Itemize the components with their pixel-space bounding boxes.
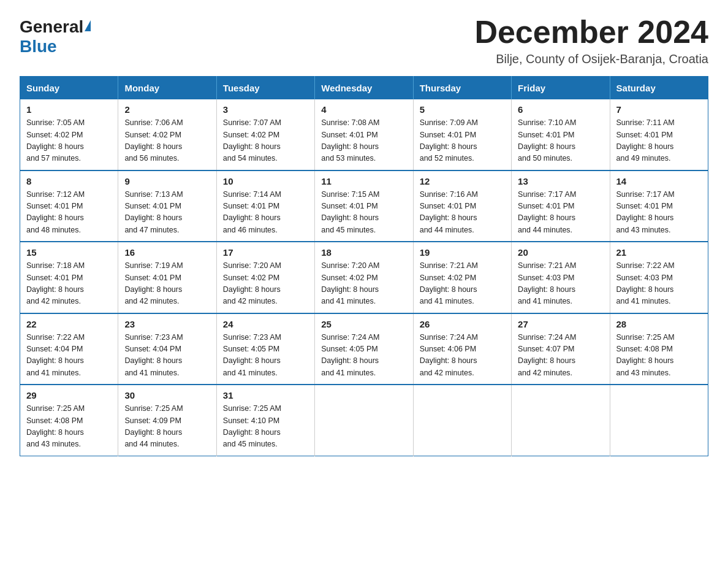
calendar-day-cell: 18 Sunrise: 7:20 AM Sunset: 4:02 PM Dayl… [315,242,413,313]
header-friday: Friday [512,77,610,100]
header-sunday: Sunday [20,77,118,100]
day-info: Sunrise: 7:16 AM Sunset: 4:01 PM Dayligh… [420,189,505,237]
calendar-day-cell: 9 Sunrise: 7:13 AM Sunset: 4:01 PM Dayli… [118,170,216,242]
weekday-header-row: Sunday Monday Tuesday Wednesday Thursday… [20,77,708,100]
day-info: Sunrise: 7:17 AM Sunset: 4:01 PM Dayligh… [616,189,702,237]
calendar-table: Sunday Monday Tuesday Wednesday Thursday… [20,76,708,456]
day-number: 11 [321,176,406,186]
day-info: Sunrise: 7:17 AM Sunset: 4:01 PM Dayligh… [518,189,603,237]
day-info: Sunrise: 7:23 AM Sunset: 4:04 PM Dayligh… [124,332,210,380]
day-number: 8 [26,176,112,186]
day-info: Sunrise: 7:24 AM Sunset: 4:07 PM Dayligh… [518,332,603,380]
calendar-day-cell [512,385,610,456]
calendar-day-cell: 20 Sunrise: 7:21 AM Sunset: 4:03 PM Dayl… [512,242,610,313]
calendar-day-cell: 22 Sunrise: 7:22 AM Sunset: 4:04 PM Dayl… [20,313,118,385]
day-info: Sunrise: 7:18 AM Sunset: 4:01 PM Dayligh… [26,260,112,308]
calendar-day-cell: 13 Sunrise: 7:17 AM Sunset: 4:01 PM Dayl… [512,170,610,242]
day-info: Sunrise: 7:22 AM Sunset: 4:04 PM Dayligh… [26,332,112,380]
header-monday: Monday [118,77,216,100]
day-number: 17 [223,247,308,258]
day-info: Sunrise: 7:10 AM Sunset: 4:01 PM Dayligh… [518,117,603,165]
day-number: 6 [518,104,603,115]
day-info: Sunrise: 7:19 AM Sunset: 4:01 PM Dayligh… [124,260,210,308]
day-number: 30 [124,390,210,400]
calendar-day-cell: 2 Sunrise: 7:06 AM Sunset: 4:02 PM Dayli… [118,99,216,170]
day-info: Sunrise: 7:09 AM Sunset: 4:01 PM Dayligh… [420,117,505,165]
day-number: 25 [321,319,406,329]
calendar-day-cell: 8 Sunrise: 7:12 AM Sunset: 4:01 PM Dayli… [20,170,118,242]
calendar-day-cell: 28 Sunrise: 7:25 AM Sunset: 4:08 PM Dayl… [610,313,708,385]
day-info: Sunrise: 7:25 AM Sunset: 4:08 PM Dayligh… [26,403,112,451]
day-number: 23 [124,319,210,329]
day-info: Sunrise: 7:06 AM Sunset: 4:02 PM Dayligh… [124,117,210,165]
calendar-day-cell: 16 Sunrise: 7:19 AM Sunset: 4:01 PM Dayl… [118,242,216,313]
page-header: General Blue December 2024 Bilje, County… [20,15,708,66]
calendar-day-cell [610,385,708,456]
calendar-day-cell: 23 Sunrise: 7:23 AM Sunset: 4:04 PM Dayl… [118,313,216,385]
calendar-day-cell: 11 Sunrise: 7:15 AM Sunset: 4:01 PM Dayl… [315,170,413,242]
logo-general-text: General [20,17,83,37]
calendar-day-cell: 30 Sunrise: 7:25 AM Sunset: 4:09 PM Dayl… [118,385,216,456]
day-number: 27 [518,319,603,329]
day-number: 3 [223,104,308,115]
day-number: 15 [26,247,112,258]
day-number: 14 [616,176,702,186]
day-number: 9 [124,176,210,186]
day-info: Sunrise: 7:22 AM Sunset: 4:03 PM Dayligh… [616,260,702,308]
day-info: Sunrise: 7:15 AM Sunset: 4:01 PM Dayligh… [321,189,406,237]
day-number: 10 [223,176,308,186]
day-number: 4 [321,104,406,115]
day-number: 26 [420,319,505,329]
day-info: Sunrise: 7:23 AM Sunset: 4:05 PM Dayligh… [223,332,308,380]
logo-blue-text: Blue [20,37,57,56]
calendar-day-cell [315,385,413,456]
day-info: Sunrise: 7:08 AM Sunset: 4:01 PM Dayligh… [321,117,406,165]
day-info: Sunrise: 7:24 AM Sunset: 4:06 PM Dayligh… [420,332,505,380]
title-section: December 2024 Bilje, County of Osijek-Ba… [474,15,708,66]
calendar-day-cell: 14 Sunrise: 7:17 AM Sunset: 4:01 PM Dayl… [610,170,708,242]
day-info: Sunrise: 7:21 AM Sunset: 4:03 PM Dayligh… [518,260,603,308]
calendar-day-cell: 10 Sunrise: 7:14 AM Sunset: 4:01 PM Dayl… [216,170,314,242]
calendar-day-cell: 25 Sunrise: 7:24 AM Sunset: 4:05 PM Dayl… [315,313,413,385]
day-number: 29 [26,390,112,400]
day-info: Sunrise: 7:20 AM Sunset: 4:02 PM Dayligh… [223,260,308,308]
day-info: Sunrise: 7:07 AM Sunset: 4:02 PM Dayligh… [223,117,308,165]
day-info: Sunrise: 7:14 AM Sunset: 4:01 PM Dayligh… [223,189,308,237]
header-wednesday: Wednesday [315,77,413,100]
day-number: 19 [420,247,505,258]
month-year-title: December 2024 [474,15,708,50]
day-info: Sunrise: 7:25 AM Sunset: 4:09 PM Dayligh… [124,403,210,451]
calendar-day-cell: 29 Sunrise: 7:25 AM Sunset: 4:08 PM Dayl… [20,385,118,456]
day-number: 1 [26,104,112,115]
logo-triangle-icon [85,20,91,31]
logo: General Blue [20,15,91,56]
day-number: 16 [124,247,210,258]
day-number: 31 [223,390,308,400]
day-info: Sunrise: 7:25 AM Sunset: 4:08 PM Dayligh… [616,332,702,380]
calendar-day-cell: 4 Sunrise: 7:08 AM Sunset: 4:01 PM Dayli… [315,99,413,170]
calendar-week-row: 1 Sunrise: 7:05 AM Sunset: 4:02 PM Dayli… [20,99,708,170]
day-info: Sunrise: 7:13 AM Sunset: 4:01 PM Dayligh… [124,189,210,237]
header-saturday: Saturday [610,77,708,100]
header-tuesday: Tuesday [216,77,314,100]
calendar-week-row: 15 Sunrise: 7:18 AM Sunset: 4:01 PM Dayl… [20,242,708,313]
day-info: Sunrise: 7:20 AM Sunset: 4:02 PM Dayligh… [321,260,406,308]
location-subtitle: Bilje, County of Osijek-Baranja, Croatia [474,52,708,66]
day-info: Sunrise: 7:24 AM Sunset: 4:05 PM Dayligh… [321,332,406,380]
calendar-day-cell: 19 Sunrise: 7:21 AM Sunset: 4:02 PM Dayl… [413,242,511,313]
header-thursday: Thursday [413,77,511,100]
day-number: 13 [518,176,603,186]
day-number: 18 [321,247,406,258]
day-number: 12 [420,176,505,186]
calendar-day-cell: 6 Sunrise: 7:10 AM Sunset: 4:01 PM Dayli… [512,99,610,170]
calendar-week-row: 29 Sunrise: 7:25 AM Sunset: 4:08 PM Dayl… [20,385,708,456]
calendar-day-cell: 1 Sunrise: 7:05 AM Sunset: 4:02 PM Dayli… [20,99,118,170]
day-info: Sunrise: 7:05 AM Sunset: 4:02 PM Dayligh… [26,117,112,165]
calendar-day-cell: 12 Sunrise: 7:16 AM Sunset: 4:01 PM Dayl… [413,170,511,242]
day-number: 7 [616,104,702,115]
calendar-day-cell: 24 Sunrise: 7:23 AM Sunset: 4:05 PM Dayl… [216,313,314,385]
calendar-week-row: 22 Sunrise: 7:22 AM Sunset: 4:04 PM Dayl… [20,313,708,385]
calendar-day-cell: 31 Sunrise: 7:25 AM Sunset: 4:10 PM Dayl… [216,385,314,456]
calendar-day-cell: 27 Sunrise: 7:24 AM Sunset: 4:07 PM Dayl… [512,313,610,385]
day-number: 20 [518,247,603,258]
